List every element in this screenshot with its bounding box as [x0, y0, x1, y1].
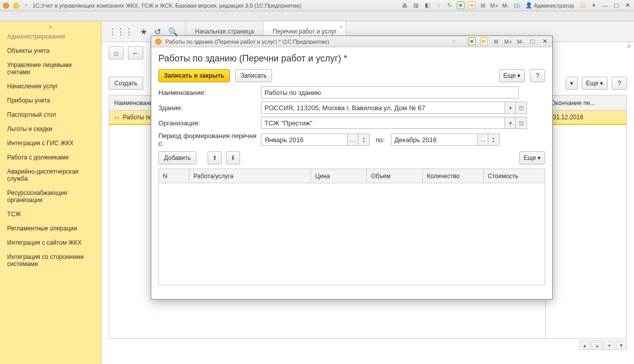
label-building: Здание:: [158, 104, 258, 112]
toolbar-print-icon[interactable]: 🖶: [401, 2, 410, 10]
row-expand-icon[interactable]: ▭: [114, 115, 119, 120]
org-input[interactable]: [261, 117, 505, 129]
history-icon[interactable]: ↺: [154, 27, 161, 37]
col-n[interactable]: N: [159, 169, 189, 183]
sidebar-item-tszh[interactable]: ТСЖ: [0, 207, 101, 221]
pager-last-icon[interactable]: ▼: [616, 341, 627, 350]
period-to-step-icon[interactable]: ▴▾: [488, 134, 499, 146]
toolbar-compare-icon[interactable]: ◧: [423, 2, 432, 10]
period-to-input[interactable]: [391, 134, 477, 146]
col-work[interactable]: Работа/услуга: [189, 169, 311, 183]
sidebar-item-charges[interactable]: Начисления услуг: [0, 79, 101, 93]
modal-help-button[interactable]: ?: [530, 69, 545, 82]
pager-first-icon[interactable]: ▲: [579, 341, 590, 350]
create-button[interactable]: Создать: [109, 77, 143, 90]
modal-m-button[interactable]: M: [491, 38, 500, 46]
table-row[interactable]: 31.12.2016: [546, 111, 626, 125]
sidebar-item-discounts[interactable]: Льготы и скидки: [0, 122, 101, 136]
sidebar-item-passport[interactable]: Паспортный стол: [0, 108, 101, 122]
toolbar-disk-icon[interactable]: 🖫: [412, 2, 421, 10]
minimize-icon[interactable]: —: [600, 2, 610, 10]
modal-more-label: Еще: [504, 72, 516, 79]
save-button[interactable]: Записать: [235, 69, 272, 82]
toolbar-m-button[interactable]: M: [479, 2, 488, 10]
label-period: Период формирования перечня с:: [158, 132, 258, 147]
sidebar-item-gis[interactable]: Интеграция с ГИС ЖКХ: [0, 136, 101, 150]
sidebar: ▲ Администрирование Объекты учета Управл…: [0, 21, 102, 364]
sidebar-item-accounts[interactable]: Управление лицевыми счетами: [0, 58, 101, 79]
modal-close-icon[interactable]: ✕: [540, 38, 549, 46]
maximize-icon[interactable]: ▢: [612, 2, 621, 10]
col-vol[interactable]: Объем: [367, 169, 423, 183]
modal-star-icon[interactable]: ☆: [450, 38, 459, 46]
sidebar-item-site[interactable]: Интеграция с сайтом ЖКХ: [0, 236, 101, 250]
sidebar-item-scheduled[interactable]: Регламентные операции: [0, 221, 101, 236]
sidebar-item-admin[interactable]: Администрирование: [0, 29, 101, 44]
period-from-pick-icon[interactable]: …: [347, 134, 358, 146]
toolbar-mminus-button[interactable]: M-: [501, 2, 510, 10]
modal-calc-icon[interactable]: ⊞: [467, 38, 476, 46]
building-input[interactable]: [261, 102, 505, 114]
period-from-step-icon[interactable]: ▴▾: [358, 134, 370, 146]
org-dropdown-icon[interactable]: ▾: [505, 117, 516, 129]
page-more-button-1[interactable]: ▾: [565, 77, 578, 90]
toolbar-calc-icon[interactable]: ⊞: [456, 2, 465, 10]
page-more-button-2[interactable]: Еще▾: [582, 77, 608, 90]
pager: ▲ ▴ ▾ ▼: [109, 341, 627, 350]
info-icon[interactable]: ⓘ: [578, 2, 587, 10]
add-button[interactable]: Добавить: [158, 151, 196, 164]
modal-calendar-icon[interactable]: 31: [479, 38, 488, 46]
row-end-date: 31.12.2016: [553, 114, 583, 121]
works-table: N Работа/услуга Цена Объем Количество Ст…: [158, 169, 545, 285]
move-down-icon[interactable]: ⬇: [226, 151, 240, 164]
user-badge[interactable]: 👤Администратор: [523, 2, 576, 9]
period-to-pick-icon[interactable]: …: [477, 134, 488, 146]
search-icon[interactable]: 🔍: [168, 27, 178, 37]
sidebar-scroll-up-icon[interactable]: ▲: [0, 23, 101, 29]
menu-grid-icon[interactable]: ⋮⋮⋮: [109, 27, 133, 37]
sidebar-item-dispatch[interactable]: Аварийно-диспетчерская служба: [0, 164, 101, 186]
toolbar-history-icon[interactable]: ↻: [445, 2, 454, 10]
col-price[interactable]: Цена: [311, 169, 367, 183]
more-label: Еще: [586, 80, 598, 87]
name-input[interactable]: [261, 86, 519, 98]
modal-maximize-icon[interactable]: ▢: [528, 38, 537, 46]
page-help-button[interactable]: ?: [612, 77, 627, 90]
pager-up-icon[interactable]: ▴: [591, 341, 603, 350]
building-open-icon[interactable]: ◫: [516, 102, 527, 114]
move-up-icon[interactable]: ⬆: [208, 151, 222, 164]
toolbar-mplus-button[interactable]: M+: [490, 2, 499, 10]
close-icon[interactable]: ✕: [623, 2, 632, 10]
sidebar-item-meters[interactable]: Приборы учета: [0, 93, 101, 108]
label-org: Организация:: [158, 119, 258, 127]
building-dropdown-icon[interactable]: ▾: [505, 102, 516, 114]
pager-down-icon[interactable]: ▾: [604, 341, 615, 350]
modal-mplus-button[interactable]: M+: [504, 38, 513, 46]
grid-header-end[interactable]: Окончание пе...: [546, 95, 626, 111]
org-open-icon[interactable]: ◫: [516, 117, 527, 129]
toolbar-star-icon[interactable]: ☆: [434, 2, 443, 10]
table-more-button[interactable]: Еще▾: [519, 151, 545, 164]
save-close-button[interactable]: Записать и закрыть: [158, 69, 230, 82]
app-icon-1c: [2, 2, 10, 10]
modal-more-button[interactable]: Еще▾: [499, 69, 525, 82]
back-button[interactable]: ←: [128, 46, 143, 59]
secondary-toolbar: [0, 11, 634, 21]
sidebar-item-debtors[interactable]: Работа с должниками: [0, 150, 101, 164]
toolbar-panels-icon[interactable]: ▯▯: [512, 2, 521, 10]
sidebar-item-suppliers[interactable]: Ресурсоснабжающие организации: [0, 186, 101, 207]
page-close-icon[interactable]: ×: [627, 42, 631, 50]
dropdown-icon[interactable]: ▾: [589, 2, 598, 10]
favorites-star-icon[interactable]: ★: [140, 27, 147, 37]
sidebar-item-external[interactable]: Интеграция со сторонними системами: [0, 250, 101, 271]
toolbar-calendar-icon[interactable]: 31: [468, 2, 477, 10]
home-button[interactable]: ⌂: [109, 46, 124, 59]
modal-mminus-button[interactable]: M-: [516, 38, 525, 46]
modal-titlebar[interactable]: Работы по зданию (Перечни работ и услуг)…: [151, 36, 552, 47]
sidebar-item-objects[interactable]: Объекты учета: [0, 44, 101, 58]
period-from-input[interactable]: [261, 134, 347, 146]
col-qty[interactable]: Количество: [423, 169, 484, 183]
modal-window-title: Работы по зданию (Перечни работ и услуг)…: [165, 39, 329, 45]
col-cost[interactable]: Стоимость: [484, 169, 545, 183]
tab-close-icon[interactable]: ×: [340, 24, 343, 30]
